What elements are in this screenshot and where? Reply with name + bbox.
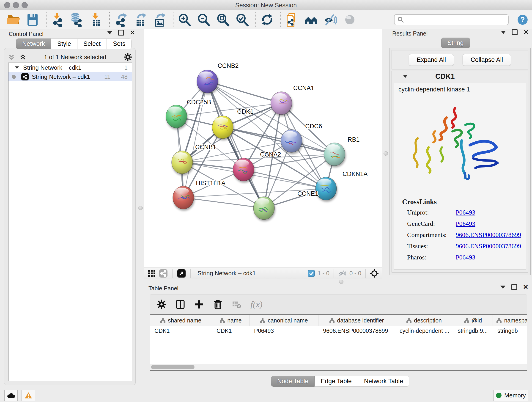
network-row-selected[interactable]: String Network – cdk1 11 48 [8, 72, 132, 81]
column-header-database-identifier[interactable]: database identifier [318, 315, 395, 326]
network-collection-row[interactable]: String Network – cdk1 1 [8, 63, 132, 72]
selected-checkbox-icon[interactable] [308, 270, 315, 277]
panel-close-icon[interactable]: ✕ [130, 31, 135, 35]
delete-column-icon[interactable] [213, 299, 223, 309]
tab-sets[interactable]: Sets [107, 38, 132, 49]
panel-menu-icon[interactable] [501, 31, 506, 34]
node-CCNE1[interactable]: CCNE1 [253, 190, 318, 220]
zoom-in-icon[interactable] [177, 12, 192, 27]
zoom-fit-icon[interactable] [215, 12, 230, 27]
table-options-gear-icon[interactable] [157, 299, 167, 309]
table-row[interactable]: CDK1CDK1P064939606.ENSP00000378699cyclin… [150, 326, 527, 336]
node-CDKN1A[interactable]: CDKN1A [316, 171, 368, 200]
cell[interactable]: 9606.ENSP00000378699 [318, 327, 395, 334]
network-node-count: 11 [104, 73, 110, 80]
crosslink-label: Uniprot: [407, 209, 456, 216]
open-view-icon[interactable] [177, 269, 186, 278]
show-columns-icon[interactable] [175, 299, 185, 309]
export-table-icon[interactable] [133, 12, 147, 27]
import-database-icon[interactable] [70, 12, 84, 27]
cloud-button[interactable] [4, 390, 18, 401]
crosslink-link[interactable]: 9606.ENSP00000378699 [456, 242, 521, 250]
tab-network[interactable]: Network [16, 38, 51, 49]
help-icon[interactable]: ? [517, 14, 528, 26]
expand-all-icon[interactable] [19, 53, 27, 61]
tab-style[interactable]: Style [51, 38, 77, 49]
crosslink-link[interactable]: P06493 [456, 209, 475, 216]
node-table[interactable]: shared namenamecanonical namedatabase id… [150, 314, 527, 371]
column-header-@id[interactable]: @id [453, 315, 493, 326]
crosslink-link[interactable]: P06493 [456, 220, 475, 227]
panel-menu-icon[interactable] [107, 31, 112, 34]
cell[interactable]: CDK1 [150, 327, 212, 334]
search-input[interactable] [394, 14, 509, 25]
scrollbar-thumb[interactable] [151, 365, 195, 369]
clone-network-icon[interactable] [285, 12, 299, 27]
node-CDC25B[interactable]: CDC25B [166, 99, 211, 128]
tab-node-table[interactable]: Node Table [271, 376, 315, 387]
network-options-gear-icon[interactable] [123, 53, 132, 61]
import-network-icon[interactable] [50, 12, 65, 27]
tab-network-table[interactable]: Network Table [358, 376, 409, 387]
panel-close-icon[interactable]: ✕ [524, 30, 529, 35]
cell[interactable]: stringdb:9... [453, 327, 493, 334]
save-session-icon[interactable] [25, 12, 40, 27]
cell[interactable]: cyclin-dependent ... [395, 327, 453, 334]
table-horizontal-scrollbar[interactable] [150, 364, 527, 370]
zoom-out-icon[interactable] [196, 12, 211, 27]
right-splitter[interactable] [382, 29, 389, 282]
show-graphics-details-icon[interactable] [342, 12, 357, 27]
cell[interactable]: stringdb [493, 327, 527, 334]
left-splitter[interactable] [137, 29, 144, 282]
status-bar: Memory [0, 390, 532, 402]
edge-CCNB2-CCNA1[interactable] [207, 81, 281, 103]
memory-button[interactable]: Memory [494, 390, 528, 401]
crosslink-link[interactable]: 9606.ENSP00000378699 [456, 231, 521, 239]
network-share-icon[interactable] [159, 269, 168, 278]
node-RB1[interactable]: RB1 [324, 136, 360, 166]
panel-float-icon[interactable] [512, 29, 518, 35]
collapse-all-icon[interactable] [7, 53, 15, 61]
column-header-shared-name[interactable]: shared name [150, 315, 212, 326]
edge-CCNA2-CDKN1A[interactable] [244, 170, 326, 189]
left-splitter-handle[interactable] [138, 206, 143, 210]
grid-view-icon[interactable] [147, 269, 156, 278]
zoom-selected-icon[interactable] [235, 12, 249, 27]
home-neighbors-icon[interactable] [304, 12, 319, 27]
node-CCNA1[interactable]: CCNA1 [271, 85, 314, 115]
horizontal-splitter-handle[interactable] [339, 280, 343, 284]
column-header-namespace[interactable]: namespace [493, 315, 527, 326]
add-column-icon[interactable] [194, 299, 204, 309]
panel-close-icon[interactable]: ✕ [523, 285, 528, 289]
tab-edge-table[interactable]: Edge Table [315, 376, 358, 387]
refresh-layout-icon[interactable] [260, 12, 274, 27]
cell[interactable]: CDK1 [212, 327, 249, 334]
column-header-name[interactable]: name [212, 315, 249, 326]
tab-select[interactable]: Select [77, 38, 107, 49]
tree-expand-icon[interactable] [15, 66, 19, 69]
column-header-description[interactable]: description [395, 315, 453, 326]
export-image-icon[interactable] [152, 12, 167, 27]
cell[interactable]: P06493 [249, 327, 318, 334]
import-table-icon[interactable] [89, 12, 103, 27]
tab-string[interactable]: String [441, 38, 470, 48]
export-network-icon[interactable] [114, 12, 128, 27]
collapse-all-button[interactable]: Collapse All [462, 54, 511, 66]
expand-all-button[interactable]: Expand All [409, 54, 454, 66]
node-HIST1H1A[interactable]: HIST1H1A [173, 180, 225, 209]
string-network-graph[interactable]: CCNB2CCNA1CDC25BCDK1CDC6RB1CCNB1CCNA2CDK… [144, 29, 382, 267]
right-splitter-handle[interactable] [384, 151, 388, 156]
hide-selected-icon[interactable] [323, 12, 338, 27]
fit-selection-crosshair-icon[interactable] [370, 269, 379, 278]
warnings-button[interactable] [22, 390, 35, 401]
panel-menu-icon[interactable] [500, 286, 505, 289]
column-header-canonical-name[interactable]: canonical name [249, 315, 318, 326]
open-session-icon[interactable] [6, 12, 21, 27]
section-collapse-icon[interactable] [403, 75, 407, 78]
crosslink-link[interactable]: P06493 [456, 254, 475, 261]
edge-CDK1-RB1[interactable] [223, 127, 335, 154]
panel-float-icon[interactable] [511, 284, 517, 290]
panel-float-icon[interactable] [118, 30, 124, 36]
edge-HIST1H1A-CCNE1[interactable] [183, 198, 264, 208]
network-canvas[interactable]: CCNB2CCNA1CDC25BCDK1CDC6RB1CCNB1CCNA2CDK… [144, 29, 382, 267]
